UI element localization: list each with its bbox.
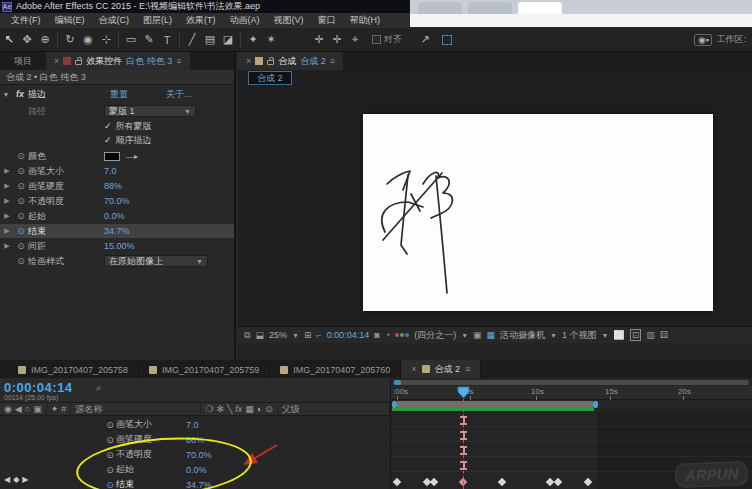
stopwatch-icon[interactable]: ⊙ (14, 241, 28, 251)
fast-previews-icon[interactable]: ⊡ (630, 329, 642, 341)
composition-canvas[interactable] (363, 114, 713, 311)
source-name-column[interactable]: 源名称 (71, 403, 201, 415)
align-checkbox[interactable] (372, 35, 381, 44)
resolution-value[interactable]: (四分之一) (414, 329, 456, 342)
path-dropdown[interactable]: 蒙版 1 ▼ (104, 105, 196, 117)
menu-view[interactable]: 视图(V) (267, 14, 311, 27)
panel-menu-icon[interactable]: ≡ (176, 56, 181, 66)
menu-help[interactable]: 帮助(H) (343, 14, 388, 27)
view-layout-value[interactable]: 1 个视图 (562, 329, 597, 342)
work-area-bar[interactable] (397, 401, 593, 408)
checkbox-checked-icon[interactable]: ✓ (104, 121, 112, 131)
exposure-icon[interactable]: ◔ (385, 330, 390, 340)
lock-icon[interactable] (75, 60, 82, 65)
menu-effect[interactable]: 效果(T) (179, 14, 223, 27)
adjustment-icon[interactable]: ◐ (257, 404, 262, 414)
stopwatch-icon[interactable]: ⊙ (14, 211, 28, 221)
snapshot-camera-icon[interactable]: ◙ (374, 330, 379, 340)
snapshot-icon[interactable]: ⧉ (244, 330, 250, 341)
tab-img-205760[interactable]: IMG_20170407_205760 (270, 361, 401, 378)
clone-stamp-tool-icon[interactable]: ▤ (201, 33, 219, 46)
keyframe-navigator[interactable]: ◀◆▶ (4, 475, 31, 484)
menu-window[interactable]: 窗口 (311, 14, 343, 27)
quality-icon[interactable]: ╲ (227, 404, 232, 414)
timeline-timecode[interactable]: 0:00:04:14 (4, 380, 73, 395)
chevron-down-icon[interactable]: ▼ (461, 332, 468, 339)
brush-tool-icon[interactable]: ╱ (183, 33, 201, 46)
opacity-value[interactable]: 70.0% (104, 196, 130, 206)
expand-triangle-icon[interactable]: ▶ (0, 227, 14, 235)
pixel-aspect-icon[interactable]: ⬜ (614, 330, 625, 340)
stopwatch-icon[interactable]: ⊙ (104, 420, 116, 430)
tab-img-205759[interactable]: IMG_20170407_205759 (139, 361, 270, 378)
mask-shape-tool-icon[interactable]: ▭ (122, 33, 140, 46)
eraser-tool-icon[interactable]: ◪ (219, 33, 237, 46)
search-icon[interactable]: ⌕ (96, 382, 102, 394)
keyframe-diamond[interactable] (430, 478, 438, 486)
panel-menu-icon[interactable]: ≡ (465, 364, 470, 374)
roto-brush-tool-icon[interactable]: ✦ (244, 33, 262, 46)
end-value[interactable]: 34.7% (104, 226, 130, 236)
checkbox-checked-icon[interactable]: ✓ (104, 135, 112, 145)
solo-icon[interactable]: ○ (25, 404, 30, 414)
shy-icon[interactable]: ❍ (205, 404, 213, 414)
work-area-end-handle[interactable] (593, 401, 598, 408)
puppet-pin-tool-icon[interactable]: ✶ (262, 33, 280, 46)
chevron-down-icon[interactable]: ▼ (550, 332, 557, 339)
chevron-down-icon[interactable]: ▼ (602, 332, 609, 339)
stopwatch-icon[interactable]: ⊙ (104, 435, 116, 445)
motion-blur-icon[interactable]: ▦ (245, 404, 254, 414)
comp-flowchart-tab[interactable]: 合成 2 (248, 71, 292, 85)
menu-layer[interactable]: 图层(L) (136, 14, 179, 27)
color-swatch[interactable] (104, 152, 120, 161)
eyedropper-icon[interactable]: —▸ (126, 152, 138, 161)
stopwatch-icon[interactable]: ⊙ (14, 166, 28, 176)
axis-mode-world-icon[interactable]: ✛ (328, 33, 346, 46)
panel-menu-icon[interactable]: ≡ (330, 56, 335, 66)
expand-triangle-icon[interactable]: ▶ (0, 197, 14, 205)
fx-column-icon[interactable]: fx (235, 404, 242, 414)
time-navigator-bar[interactable] (393, 380, 749, 385)
region-of-interest-icon[interactable]: ▣ (473, 330, 482, 340)
tab-effect-controls[interactable]: × 效果控件 白色 纯色 3 ≡ (46, 52, 190, 70)
selection-tool-icon[interactable]: ↖ (0, 33, 18, 46)
stopwatch-icon[interactable]: ⊙ (14, 181, 28, 191)
stroke-effect-header[interactable]: ▼ fx 描边 重置 关于... (0, 86, 234, 102)
zoom-tool-icon[interactable]: ⊕ (36, 33, 54, 46)
channel-icon[interactable] (395, 333, 409, 337)
keyframe-diamond[interactable] (584, 478, 592, 486)
camera-tool-icon[interactable]: ◉ (79, 33, 97, 46)
collapse-icon[interactable]: ✻ (216, 404, 224, 414)
magnification-value[interactable]: 25% (269, 330, 287, 340)
tab-img-205758[interactable]: IMG_20170407_205758 (8, 361, 139, 378)
stopwatch-active-icon[interactable]: ⊙ (14, 226, 28, 236)
expand-triangle-icon[interactable]: ▶ (0, 242, 14, 250)
chevron-down-icon[interactable]: ▼ (0, 91, 12, 98)
expand-triangle-icon[interactable]: ▶ (0, 212, 14, 220)
comp-timecode[interactable]: 0:00:04:14 (327, 330, 370, 340)
menu-composition[interactable]: 合成(C) (92, 14, 137, 27)
tab-composition[interactable]: × 合成 合成 2 ≡ (238, 52, 343, 70)
pen-tool-icon[interactable]: ✎ (140, 33, 158, 46)
timeline-button-icon[interactable]: ▥ (646, 330, 655, 340)
time-ruler[interactable]: :00s 5s 10s 15s 20s (391, 386, 752, 400)
parent-column[interactable]: 父级 (278, 403, 390, 415)
axis-mode-view-icon[interactable]: ⌖ (346, 33, 364, 46)
chevron-down-icon[interactable]: ▼ (292, 332, 299, 339)
axis-mode-local-icon[interactable]: ✛ (310, 33, 328, 46)
stopwatch-icon[interactable]: ⊙ (14, 196, 28, 206)
navigator-handle[interactable] (394, 380, 401, 385)
shape-cursor-icon[interactable]: ↗ (416, 33, 434, 46)
close-icon[interactable]: × (411, 364, 416, 374)
label-color-icon[interactable]: ✦ (51, 404, 59, 414)
show-snapshot-icon[interactable]: ⬓ (255, 330, 264, 340)
audio-icon[interactable]: ◀ (15, 404, 22, 414)
transparency-grid-icon[interactable]: ▦ (487, 330, 496, 340)
menu-edit[interactable]: 编辑(E) (48, 14, 92, 27)
stopwatch-icon[interactable]: ⊙ (14, 256, 28, 266)
camera-view-value[interactable]: 活动摄像机 (500, 329, 545, 342)
close-icon[interactable]: × (246, 56, 251, 66)
menu-file[interactable]: 文件(F) (4, 14, 48, 27)
hand-tool-icon[interactable]: ✥ (18, 33, 36, 46)
brush-hardness-value[interactable]: 88% (104, 181, 122, 191)
